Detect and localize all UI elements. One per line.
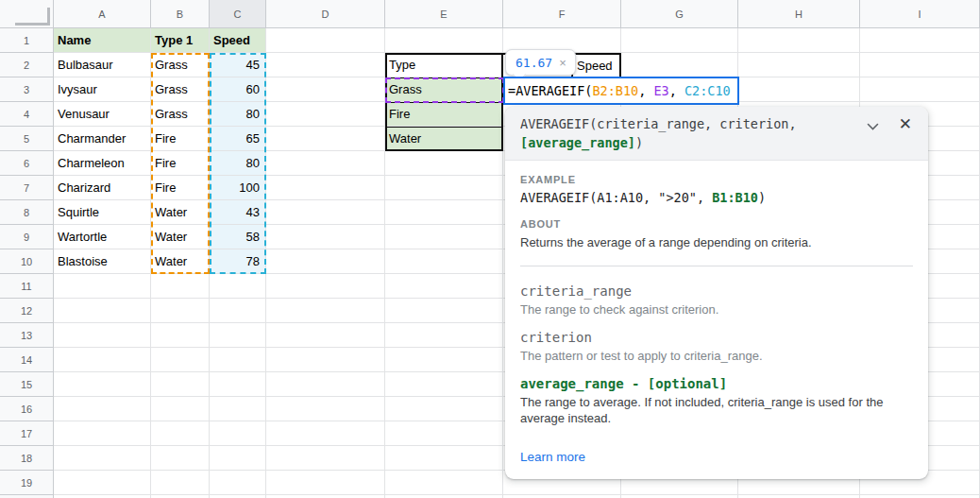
learn-more-link[interactable]: Learn more	[520, 450, 585, 464]
select-all-corner[interactable]	[0, 0, 54, 28]
row-header-14[interactable]: 14	[0, 348, 54, 372]
column-header-H[interactable]: H	[738, 0, 860, 28]
cell-B17[interactable]	[151, 421, 210, 446]
cell-C16[interactable]	[210, 397, 266, 421]
cell-A16[interactable]	[54, 397, 151, 421]
cell-B3[interactable]: Grass	[151, 77, 210, 102]
cell-B11[interactable]	[151, 274, 210, 299]
cell-C4[interactable]: 80	[210, 102, 266, 127]
row-header-15[interactable]: 15	[0, 372, 54, 397]
cell-I3[interactable]	[860, 77, 980, 102]
cell-E7[interactable]	[385, 176, 503, 200]
cell-E16[interactable]	[385, 397, 503, 421]
column-header-E[interactable]: E	[385, 0, 503, 28]
cell-C6[interactable]: 80	[210, 151, 266, 176]
cell-G1[interactable]	[621, 28, 738, 53]
cell-D1[interactable]	[266, 28, 385, 53]
cell-E12[interactable]	[385, 299, 503, 323]
cell-C12[interactable]	[210, 299, 266, 323]
cell-D15[interactable]	[266, 372, 385, 397]
column-header-B[interactable]: B	[151, 0, 210, 28]
cell-B5[interactable]: Fire	[151, 127, 210, 151]
row-header-18[interactable]: 18	[0, 446, 54, 471]
cell-A4[interactable]: Venusaur	[54, 102, 151, 127]
cell-D6[interactable]	[266, 151, 385, 176]
cell-C9[interactable]: 58	[210, 225, 266, 249]
cell-A14[interactable]	[54, 348, 151, 372]
cell-B19[interactable]	[151, 471, 210, 495]
formula-editor[interactable]: =AVERAGEIF(B2:B10, E3, C2:C10	[503, 77, 739, 105]
cell-D8[interactable]	[266, 200, 385, 225]
cell-E15[interactable]	[385, 372, 503, 397]
cell-B16[interactable]	[151, 397, 210, 421]
cell-D11[interactable]	[266, 274, 385, 299]
collapse-chevron-icon[interactable]	[867, 118, 879, 135]
row-header-1[interactable]: 1	[0, 28, 54, 53]
chip-close-icon[interactable]: ×	[559, 57, 566, 69]
cell-A11[interactable]	[54, 274, 151, 299]
cell-D12[interactable]	[266, 299, 385, 323]
row-header-9[interactable]: 9	[0, 225, 54, 249]
cell-H2[interactable]	[738, 53, 860, 77]
cell-G2[interactable]	[621, 53, 738, 77]
cell-B2[interactable]: Grass	[151, 53, 210, 77]
cell-D17[interactable]	[266, 421, 385, 446]
cell-A9[interactable]: Wartortle	[54, 225, 151, 249]
cell-E14[interactable]	[385, 348, 503, 372]
cell-D9[interactable]	[266, 225, 385, 249]
row-header-5[interactable]: 5	[0, 127, 54, 151]
cell-D14[interactable]	[266, 348, 385, 372]
cell-A5[interactable]: Charmander	[54, 127, 151, 151]
cell-E13[interactable]	[385, 323, 503, 348]
cell-D13[interactable]	[266, 323, 385, 348]
cell-B1[interactable]: Type 1	[151, 28, 210, 53]
cell-A18[interactable]	[54, 446, 151, 471]
row-header-3[interactable]: 3	[0, 77, 54, 102]
cell-C17[interactable]	[210, 421, 266, 446]
cell-D10[interactable]	[266, 249, 385, 274]
cell-C11[interactable]	[210, 274, 266, 299]
cell-C18[interactable]	[210, 446, 266, 471]
row-header-7[interactable]: 7	[0, 176, 54, 200]
cell-E6[interactable]	[385, 151, 503, 176]
cell-E5[interactable]: Water	[385, 127, 503, 151]
cell-C2[interactable]: 45	[210, 53, 266, 77]
cell-B10[interactable]: Water	[151, 249, 210, 274]
row-header-17[interactable]: 17	[0, 421, 54, 446]
cell-A15[interactable]	[54, 372, 151, 397]
column-header-I[interactable]: I	[860, 0, 980, 28]
cell-E18[interactable]	[385, 446, 503, 471]
cell-C7[interactable]: 100	[210, 176, 266, 200]
cell-C19[interactable]	[210, 471, 266, 495]
cell-I1[interactable]	[860, 28, 980, 53]
cell-B8[interactable]: Water	[151, 200, 210, 225]
cell-D18[interactable]	[266, 446, 385, 471]
cell-B9[interactable]: Water	[151, 225, 210, 249]
cell-C10[interactable]: 78	[210, 249, 266, 274]
cell-D2[interactable]	[266, 53, 385, 77]
cell-B14[interactable]	[151, 348, 210, 372]
row-header-16[interactable]: 16	[0, 397, 54, 421]
cell-C14[interactable]	[210, 348, 266, 372]
column-header-A[interactable]: A	[54, 0, 151, 28]
cell-E11[interactable]	[385, 274, 503, 299]
row-header-4[interactable]: 4	[0, 102, 54, 127]
cell-E9[interactable]	[385, 225, 503, 249]
cell-E8[interactable]	[385, 200, 503, 225]
row-header-10[interactable]: 10	[0, 249, 54, 274]
row-header-8[interactable]: 8	[0, 200, 54, 225]
cell-I2[interactable]	[860, 53, 980, 77]
cell-A2[interactable]: Bulbasaur	[54, 53, 151, 77]
cell-A17[interactable]	[54, 421, 151, 446]
cell-B12[interactable]	[151, 299, 210, 323]
column-header-C[interactable]: C	[210, 0, 266, 28]
cell-D3[interactable]	[266, 77, 385, 102]
cell-E3[interactable]: Grass	[385, 77, 503, 102]
cell-C5[interactable]: 65	[210, 127, 266, 151]
row-header-19[interactable]: 19	[0, 471, 54, 495]
popup-close-icon[interactable]: ✕	[899, 114, 912, 135]
cell-C1[interactable]: Speed	[210, 28, 266, 53]
cell-C8[interactable]: 43	[210, 200, 266, 225]
cell-E2[interactable]: Type	[385, 53, 503, 77]
cell-A8[interactable]: Squirtle	[54, 200, 151, 225]
